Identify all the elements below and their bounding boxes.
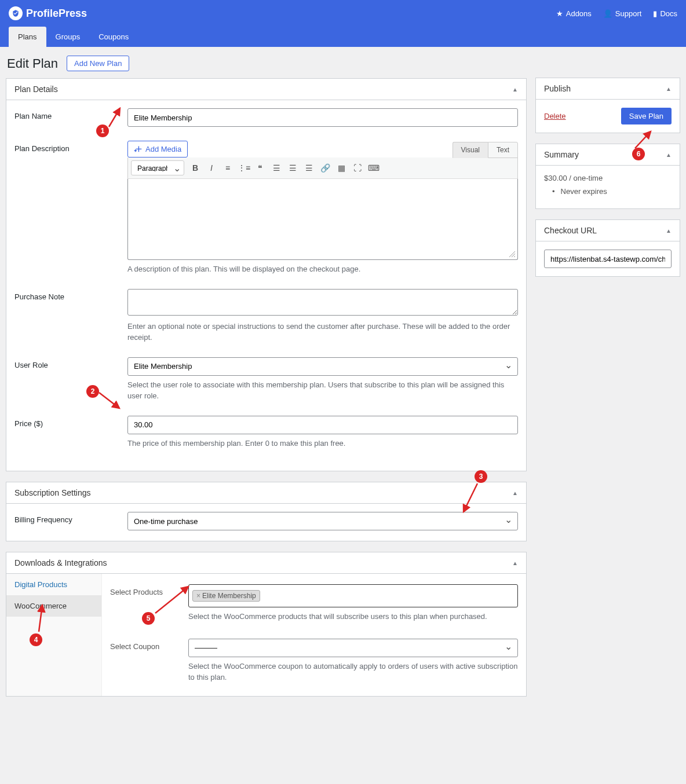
select-coupon-select[interactable]: ——— <box>188 639 518 657</box>
select-products-label: Select Products <box>110 584 188 622</box>
align-left-icon[interactable]: ☰ <box>269 160 284 175</box>
fullscreen-icon[interactable]: ⛶ <box>350 160 365 175</box>
collapse-icon[interactable]: ▲ <box>512 86 518 93</box>
more-icon[interactable]: ▦ <box>334 160 349 175</box>
collapse-icon[interactable]: ▲ <box>512 490 518 496</box>
plan-description-help: A description of this plan. This will be… <box>127 263 518 275</box>
align-center-icon[interactable]: ☰ <box>285 160 300 175</box>
book-icon: ▮ <box>653 9 657 18</box>
summary-panel: Summary ▲ $30.00 / one-time Never expire… <box>535 144 680 209</box>
user-role-label: User Role <box>14 357 127 402</box>
collapse-icon[interactable]: ▲ <box>512 560 518 566</box>
add-new-plan-button[interactable]: Add New Plan <box>67 56 129 71</box>
publish-title: Publish <box>544 84 571 93</box>
save-plan-button[interactable]: Save Plan <box>621 108 672 124</box>
plan-description-label: Plan Description <box>14 141 127 275</box>
checkout-url-title: Checkout URL <box>544 226 597 235</box>
star-icon: ★ <box>556 9 563 18</box>
billing-frequency-label: Billing Frequency <box>14 512 127 530</box>
product-token-label: Elite Membership <box>202 592 256 600</box>
summary-expiry: Never expires <box>544 187 672 196</box>
brand-name: ProfilePress <box>26 8 87 20</box>
collapse-icon[interactable]: ▲ <box>666 86 672 92</box>
kitchen-sink-icon[interactable]: ⌨ <box>366 160 381 175</box>
tab-coupons[interactable]: Coupons <box>89 27 138 47</box>
downloads-title: Downloads & Integrations <box>14 558 107 567</box>
brand-logo: ProfilePress <box>9 6 87 20</box>
dl-tab-digital[interactable]: Digital Products <box>6 574 101 595</box>
price-input[interactable] <box>127 416 518 434</box>
price-label: Price ($) <box>14 416 127 449</box>
summary-price: $30.00 / one-time <box>544 174 672 182</box>
numbered-list-icon[interactable]: ⋮≡ <box>236 160 251 175</box>
purchase-note-help: Enter an optional note or special instru… <box>127 321 518 343</box>
format-select[interactable]: Paragraph <box>131 160 184 175</box>
subscription-settings-title: Subscription Settings <box>14 488 91 497</box>
bold-icon[interactable]: B <box>188 160 203 175</box>
select-coupon-label: Select Coupon <box>110 639 188 683</box>
plan-details-panel: Plan Details ▲ Plan Name Plan Descriptio… <box>6 78 527 471</box>
link-icon[interactable]: 🔗 <box>318 160 333 175</box>
addons-label: Addons <box>566 9 592 18</box>
checkout-url-input[interactable] <box>544 250 672 268</box>
annotation-3: 3 <box>475 470 487 483</box>
plan-description-editor[interactable] <box>127 179 518 260</box>
brand-icon <box>9 6 23 20</box>
user-role-select[interactable]: Elite Membership <box>127 357 518 376</box>
add-media-label: Add Media <box>145 145 181 153</box>
user-role-help: Select the user role to associate with t… <box>127 379 518 402</box>
tab-plans[interactable]: Plans <box>9 27 46 47</box>
support-label: Support <box>615 9 642 18</box>
docs-label: Docs <box>660 9 677 18</box>
delete-link[interactable]: Delete <box>544 112 566 120</box>
user-icon: 👤 <box>603 9 612 18</box>
select-coupon-help: Select the WooCommerce coupon to automat… <box>188 661 518 683</box>
collapse-icon[interactable]: ▲ <box>666 228 672 234</box>
publish-panel: Publish ▲ Delete Save Plan 6 <box>535 78 680 133</box>
plan-name-label: Plan Name <box>14 108 127 127</box>
quote-icon[interactable]: ❝ <box>253 160 268 175</box>
italic-icon[interactable]: I <box>204 160 219 175</box>
resize-handle-icon[interactable] <box>509 251 515 257</box>
price-help: The price of this membership plan. Enter… <box>127 438 518 449</box>
billing-frequency-select[interactable]: One-time purchase <box>127 512 518 530</box>
summary-expiry-text: Never expires <box>561 187 607 196</box>
plan-details-title: Plan Details <box>14 85 58 94</box>
support-link[interactable]: 👤 Support <box>603 9 642 18</box>
downloads-panel: Downloads & Integrations ▲ Digital Produ… <box>6 552 527 697</box>
page-title: Edit Plan <box>7 56 58 71</box>
align-right-icon[interactable]: ☰ <box>301 160 316 175</box>
product-token: × Elite Membership <box>192 590 260 602</box>
addons-link[interactable]: ★ Addons <box>556 9 592 18</box>
bullet-list-icon[interactable]: ≡ <box>220 160 235 175</box>
purchase-note-label: Purchase Note <box>14 289 127 343</box>
remove-token-icon[interactable]: × <box>196 592 200 600</box>
subscription-settings-panel: 3 Subscription Settings ▲ Billing Freque… <box>6 482 527 541</box>
tab-groups[interactable]: Groups <box>46 27 90 47</box>
editor-tab-text[interactable]: Text <box>488 142 518 158</box>
select-products-input[interactable]: × Elite Membership <box>188 584 518 607</box>
media-icon <box>134 144 142 154</box>
plan-name-input[interactable] <box>127 108 518 127</box>
dl-tab-woo[interactable]: WooCommerce <box>6 595 101 617</box>
docs-link[interactable]: ▮ Docs <box>653 9 677 18</box>
purchase-note-input[interactable] <box>127 289 518 316</box>
summary-title: Summary <box>544 150 579 159</box>
checkout-url-panel: Checkout URL ▲ <box>535 219 680 277</box>
collapse-icon[interactable]: ▲ <box>666 152 672 158</box>
select-products-help: Select the WooCommerce products that wil… <box>188 611 518 622</box>
add-media-button[interactable]: Add Media <box>127 141 188 157</box>
editor-tab-visual[interactable]: Visual <box>453 142 488 158</box>
